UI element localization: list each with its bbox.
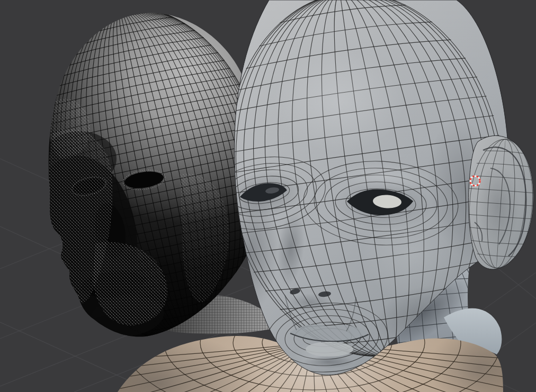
lower-lip [306, 342, 353, 357]
viewport-canvas[interactable] [0, 0, 536, 392]
viewport-3d[interactable] [0, 0, 536, 392]
